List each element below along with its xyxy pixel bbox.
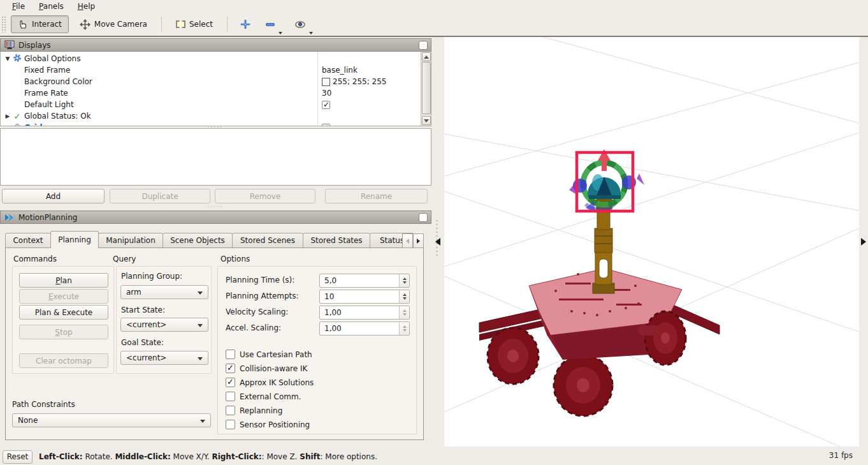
expander-closed-icon[interactable]: ▶	[4, 113, 11, 119]
tab-stored-states[interactable]: Stored States	[303, 233, 370, 248]
use-cartesian-path-row[interactable]: Use Cartesian Path	[226, 350, 312, 359]
main-area: Displays ▼ Global Options Fixed Frame ba…	[0, 37, 868, 447]
background-color-value[interactable]: 255; 255; 255	[322, 77, 386, 86]
grid-checkbox[interactable]	[322, 124, 330, 127]
tree-row-global-options[interactable]: ▼ Global Options	[1, 53, 421, 64]
tree-row-frame-rate[interactable]: Frame Rate 30	[1, 87, 421, 99]
remove-display-button[interactable]: Remove	[215, 189, 315, 203]
external-comm-checkbox[interactable]	[226, 392, 235, 401]
tab-scene-objects[interactable]: Scene Objects	[163, 233, 233, 248]
duplicate-display-button[interactable]: Duplicate	[110, 189, 210, 203]
menu-help[interactable]: Help	[72, 1, 101, 12]
grid-lines	[444, 37, 859, 447]
displays-description-box	[0, 128, 431, 186]
accel-scaling-spinner[interactable]: 1,00	[319, 321, 410, 336]
select-tool-button[interactable]: Select	[169, 16, 220, 33]
collision-aware-ik-row[interactable]: Collision-aware IK	[226, 364, 307, 373]
plan-button[interactable]: Plan	[19, 273, 108, 288]
motion-planning-float-button[interactable]	[419, 213, 428, 222]
tree-label: Background Color	[24, 77, 92, 86]
external-comm-row[interactable]: External Comm.	[226, 392, 301, 401]
tab-scroll-right-button[interactable]	[413, 233, 424, 248]
sensor-positioning-row[interactable]: Sensor Positioning	[226, 420, 310, 429]
scroll-down-button[interactable]	[422, 116, 431, 125]
path-constraints-label: Path Constraints	[12, 400, 75, 409]
expander-open-icon[interactable]: ▼	[4, 55, 11, 62]
start-state-combo[interactable]: <current>	[120, 318, 208, 332]
reset-button[interactable]: Reset	[3, 450, 33, 464]
camera-view-tool-button[interactable]	[288, 17, 308, 33]
plan-and-execute-button[interactable]: Plan & Execute	[19, 305, 108, 320]
tree-row-default-light[interactable]: Default Light	[1, 99, 421, 110]
velocity-scaling-label: Velocity Scaling:	[226, 307, 288, 316]
fps-counter: 31 fps	[829, 451, 853, 460]
interact-tool-button[interactable]: Interact	[11, 15, 69, 33]
tab-manipulation[interactable]: Manipulation	[98, 233, 163, 248]
motion-planning-panel-header[interactable]: MotionPlanning	[0, 210, 431, 224]
tab-stored-scenes[interactable]: Stored Scenes	[232, 233, 303, 248]
toolbar: Interact Move Camera Select ✛	[0, 13, 868, 36]
scrollbar-thumb[interactable]	[422, 62, 431, 114]
goal-state-combo[interactable]: <current>	[120, 351, 208, 365]
mouse-hints: Left-Click: Rotate. Middle-Click: Move X…	[39, 452, 377, 461]
toolbar-drag-handle[interactable]	[1, 16, 6, 33]
frame-rate-value[interactable]: 30	[322, 89, 331, 98]
planning-group-label: Planning Group:	[121, 272, 182, 281]
move-arrows-icon	[80, 19, 90, 30]
collapse-left-arrow-icon[interactable]	[435, 238, 440, 246]
menu-panels[interactable]: Panels	[33, 1, 69, 12]
motion-planning-panel-title: MotionPlanning	[18, 213, 77, 222]
move-camera-tool-label: Move Camera	[94, 20, 147, 29]
use-cartesian-path-checkbox[interactable]	[226, 350, 235, 359]
commands-group: Plan Execute Plan & Execute Stop Clear o…	[12, 266, 114, 374]
move-camera-tool-button[interactable]: Move Camera	[73, 15, 154, 34]
expander-closed-icon[interactable]: ▶	[4, 124, 11, 126]
tree-row-global-status[interactable]: ▶ ✓ Global Status: Ok	[1, 110, 421, 122]
panel-splitter[interactable]	[431, 37, 444, 447]
monitor-icon	[4, 40, 15, 50]
remove-tool-button[interactable]	[260, 17, 278, 32]
displays-panel-header[interactable]: Displays	[0, 38, 431, 52]
tab-scroll-left-button[interactable]	[402, 233, 413, 248]
path-constraints-combo[interactable]: None	[12, 413, 211, 427]
right-panel-strip[interactable]	[859, 37, 868, 447]
tree-row-background-color[interactable]: Background Color 255; 255; 255	[1, 76, 421, 87]
approx-ik-solutions-row[interactable]: Approx IK Solutions	[226, 378, 314, 387]
color-value-text: 255; 255; 255	[333, 77, 386, 86]
query-section-label: Query	[113, 255, 136, 263]
displays-scrollbar[interactable]	[421, 52, 431, 126]
replanning-checkbox[interactable]	[226, 406, 235, 415]
fixed-frame-value[interactable]: base_link	[322, 66, 358, 75]
planning-time-spinner[interactable]: 5,0	[319, 274, 410, 288]
motion-planning-tabbar: Context Planning Manipulation Scene Obje…	[5, 231, 424, 248]
clear-octomap-button[interactable]: Clear octomap	[19, 353, 108, 368]
tree-row-fixed-frame[interactable]: Fixed Frame base_link	[1, 64, 421, 76]
velocity-scaling-spinner[interactable]: 1,00	[319, 306, 410, 320]
color-swatch	[322, 78, 330, 86]
execute-button[interactable]: Execute	[19, 289, 108, 304]
stop-button[interactable]: Stop	[19, 325, 108, 339]
menu-file[interactable]: File	[6, 1, 31, 12]
add-tool-button[interactable]: ✛	[235, 17, 256, 31]
approx-ik-solutions-checkbox[interactable]	[226, 378, 235, 387]
tree-label: Default Light	[24, 100, 74, 109]
splitter-handle-2[interactable]: ·····	[203, 205, 228, 209]
displays-panel-float-button[interactable]	[419, 41, 428, 50]
planning-group-combo[interactable]: arm	[120, 285, 208, 299]
displays-actions-row: Add Duplicate Remove Rename	[0, 189, 431, 203]
default-light-checkbox[interactable]	[322, 101, 330, 109]
3d-viewport[interactable]	[444, 37, 859, 447]
rename-display-button[interactable]: Rename	[325, 189, 428, 203]
tab-planning[interactable]: Planning	[50, 231, 99, 248]
camera-view-dropdown-caret[interactable]	[309, 32, 313, 34]
planning-attempts-spinner[interactable]: 10	[319, 290, 410, 304]
collapse-right-arrow-icon[interactable]	[861, 238, 866, 246]
add-display-button[interactable]: Add	[2, 189, 105, 203]
options-section-label: Options	[221, 255, 250, 263]
sensor-positioning-checkbox[interactable]	[226, 420, 235, 429]
scroll-up-button[interactable]	[422, 52, 431, 61]
tab-context[interactable]: Context	[5, 233, 51, 248]
collision-aware-ik-checkbox[interactable]	[226, 364, 235, 373]
remove-tool-dropdown-caret[interactable]	[278, 32, 282, 34]
replanning-row[interactable]: Replanning	[226, 406, 282, 415]
